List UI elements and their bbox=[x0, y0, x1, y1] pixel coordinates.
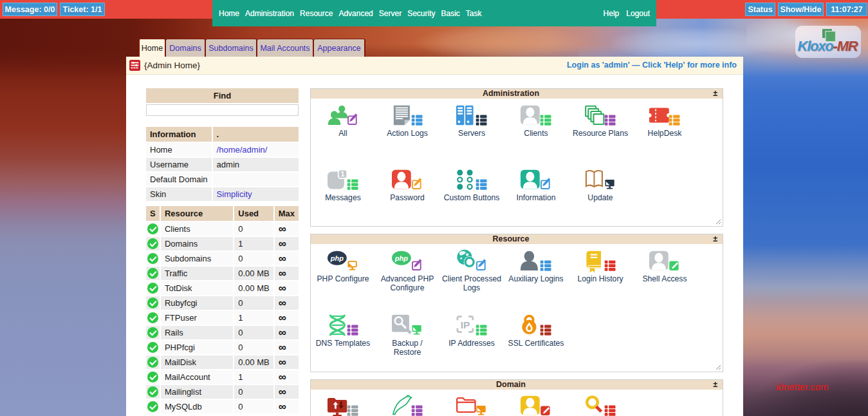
svg-text:php: php bbox=[330, 254, 344, 262]
svg-text:1: 1 bbox=[341, 170, 345, 178]
svg-text:IP: IP bbox=[461, 319, 470, 330]
svg-text:php: php bbox=[394, 254, 408, 262]
